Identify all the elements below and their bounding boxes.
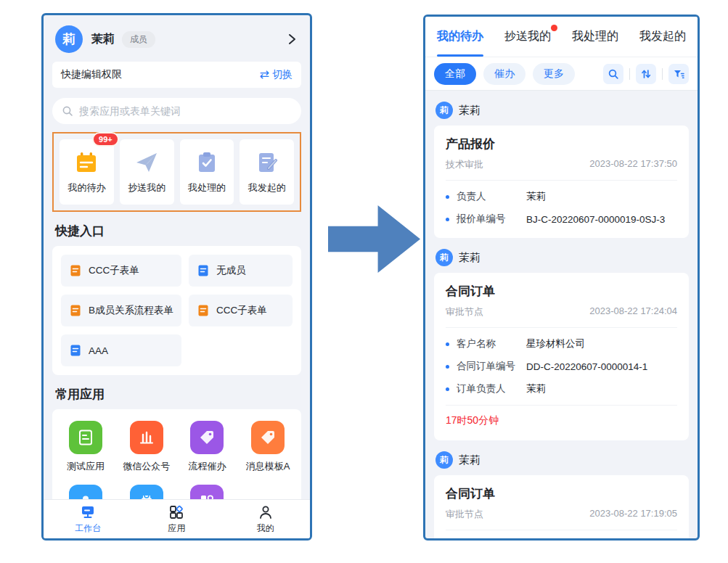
app-label: 消息模板A [246, 460, 290, 473]
nav-workbench[interactable]: 工作台 [44, 500, 132, 538]
sender-name: 茉莉 [459, 453, 480, 467]
sort-icon[interactable] [636, 64, 656, 84]
search-input[interactable] [79, 105, 292, 117]
card-field: 负责人 茉莉 [446, 190, 677, 203]
tab-cc-me[interactable]: 抄送我的 [504, 17, 551, 57]
bullet-icon [446, 195, 449, 199]
quick-entry-title: 快捷入口 [55, 223, 298, 239]
profile-icon [258, 504, 274, 520]
countdown-alert: 17时50分钟 [446, 414, 677, 427]
app-item[interactable]: 微信公众号 [118, 421, 176, 473]
field-label: 负责人 [457, 190, 526, 203]
todo-list-screen: 我的待办 抄送我的 我处理的 我发起的 全部 催办 更多 [423, 15, 700, 541]
form-doc-icon [69, 304, 82, 317]
bottom-nav: 工作台 应用 我的 [44, 499, 310, 538]
field-label: 合同订单编号 [457, 360, 526, 373]
quick-entry-item[interactable]: CCC子表单 [61, 255, 181, 287]
unread-dot [551, 25, 557, 31]
comparison-figure: 莉 茉莉 成员 快捷编辑权限 ⇄ 切换 99+ [0, 0, 728, 563]
app-item[interactable]: 流程催办 [179, 421, 237, 473]
filter-icon[interactable] [668, 64, 689, 84]
sender-row: 莉 茉莉 [434, 99, 689, 126]
sender-row: 莉 茉莉 [434, 247, 689, 273]
flow-arrow [328, 205, 420, 273]
tab-label: 我的待办 [437, 29, 483, 44]
tile-cc-me[interactable]: 抄送我的 [120, 139, 174, 205]
card-time: 2023-08-22 17:37:50 [589, 158, 677, 171]
quick-entry-label: CCC子表单 [216, 304, 267, 317]
quick-entry-label: B成员关系流程表单 [89, 304, 173, 317]
card-node: 技术审批 [446, 158, 483, 171]
tab-bar: 我的待办 抄送我的 我处理的 我发起的 [425, 17, 698, 57]
app-item[interactable]: 消息模板A [239, 421, 297, 473]
todo-card[interactable]: 产品报价 技术审批 2023-08-22 17:37:50 负责人 茉莉 报价单… [434, 126, 689, 238]
nav-apps[interactable]: 应用 [132, 500, 221, 538]
field-label: 报价单编号 [457, 213, 526, 226]
card-time: 2023-08-22 17:19:05 [589, 508, 677, 521]
chevron-right-icon[interactable] [285, 33, 298, 46]
tile-processed[interactable]: 我处理的 [180, 139, 234, 205]
field-value: DD-C-20220607-0000014-1 [526, 361, 647, 372]
divider [629, 68, 630, 80]
card-time: 2023-08-22 17:24:04 [589, 305, 677, 319]
quick-entry-item[interactable]: B成员关系流程表单 [61, 295, 181, 326]
todo-list: 莉 茉莉 产品报价 技术审批 2023-08-22 17:37:50 负责人 茉… [425, 91, 698, 538]
filter-chip-more[interactable]: 更多 [533, 63, 575, 85]
tag-icon [190, 421, 224, 454]
card-field: 报价单编号 BJ-C-20220607-0000019-0SJ-3 [446, 213, 677, 226]
sender-name: 茉莉 [459, 104, 480, 118]
tile-label: 我发起的 [248, 181, 286, 194]
swap-arrows-icon: ⇄ [260, 69, 269, 81]
card-node: 审批节点 [446, 508, 483, 521]
quick-entry-item[interactable]: AAA [61, 334, 181, 366]
todo-group: 莉 茉莉 合同订单 审批节点 2023-08-22 17:19:05 客户名称 … [434, 449, 689, 538]
field-value: 茉莉 [526, 190, 546, 203]
divider [446, 405, 677, 406]
tab-processed[interactable]: 我处理的 [572, 17, 618, 57]
bullet-icon [446, 342, 449, 346]
tile-label: 我处理的 [188, 181, 226, 194]
nav-label: 工作台 [75, 522, 101, 535]
todo-card[interactable]: 合同订单 审批节点 2023-08-22 17:24:04 客户名称 星珍材料公… [434, 273, 689, 440]
tile-my-todo[interactable]: 99+ 我的待办 [60, 139, 114, 205]
search-bar[interactable] [52, 98, 301, 124]
todo-group: 莉 茉莉 产品报价 技术审批 2023-08-22 17:37:50 负责人 茉… [434, 99, 689, 238]
form-doc-icon [69, 264, 82, 277]
workbench-icon [80, 504, 96, 520]
quick-entry-item[interactable]: 无成员 [189, 255, 293, 287]
paper-plane-icon [134, 150, 159, 175]
todo-card[interactable]: 合同订单 审批节点 2023-08-22 17:19:05 客户名称 张屋农业公… [434, 475, 689, 538]
common-apps-title: 常用应用 [55, 386, 298, 403]
form-doc-icon [197, 264, 210, 277]
app-label: 流程催办 [188, 460, 226, 473]
app-label: 测试应用 [67, 460, 105, 473]
field-value: 茉莉 [526, 382, 546, 395]
workbench-screen: 莉 茉莉 成员 快捷编辑权限 ⇄ 切换 99+ [41, 13, 312, 541]
tile-label: 抄送我的 [128, 181, 165, 194]
search-icon [62, 105, 73, 117]
filter-chip-urge[interactable]: 催办 [483, 63, 525, 85]
quick-entry-item[interactable]: CCC子表单 [189, 295, 293, 326]
avatar: 莉 [435, 451, 453, 469]
app-item[interactable]: 测试应用 [57, 421, 115, 473]
user-header[interactable]: 莉 茉莉 成员 [44, 15, 310, 60]
tile-initiated[interactable]: 我发起的 [240, 139, 294, 205]
tab-my-todo[interactable]: 我的待办 [437, 17, 483, 57]
divider [446, 530, 677, 530]
avatar: 莉 [435, 102, 453, 119]
search-icon[interactable] [603, 64, 623, 84]
nav-label: 我的 [257, 522, 274, 535]
filter-chip-all[interactable]: 全部 [434, 63, 476, 85]
switch-button[interactable]: ⇄ 切换 [260, 68, 293, 81]
divider [446, 180, 677, 181]
card-field: 合同订单编号 DD-C-20220607-0000014-1 [446, 360, 677, 373]
clipboard-check-icon [195, 150, 219, 175]
tag-icon [251, 421, 285, 454]
nav-mine[interactable]: 我的 [221, 500, 310, 538]
app-label: 微信公众号 [123, 460, 170, 473]
doc-app-icon [69, 421, 102, 454]
bar-chart-icon [130, 421, 163, 454]
sender-name: 茉莉 [459, 251, 480, 265]
tab-initiated[interactable]: 我发起的 [639, 17, 686, 57]
card-title: 合同订单 [446, 485, 677, 502]
